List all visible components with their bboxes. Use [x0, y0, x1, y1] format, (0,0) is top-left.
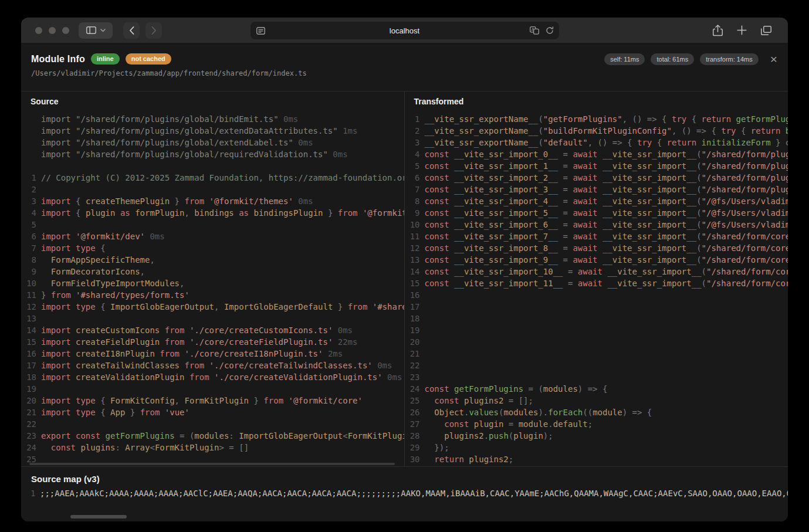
- code-line: 29 });: [405, 442, 788, 453]
- code-line: 4const __vite_ssr_import_0__ = await __v…: [405, 148, 788, 160]
- translate-icon: A: [530, 26, 539, 35]
- transformed-code[interactable]: 1__vite_ssr_exportName__("getFormPlugins…: [405, 111, 788, 466]
- code-line: 20: [405, 336, 788, 348]
- url-text: localhost: [251, 22, 559, 39]
- new-tab-icon: [737, 25, 747, 35]
- code-line: 16: [405, 289, 788, 301]
- line-number: 9: [21, 266, 36, 277]
- line-number: 21: [405, 348, 420, 360]
- source-code[interactable]: import "/shared/form/plugins/global/bind…: [21, 111, 404, 466]
- code-line: 7const __vite_ssr_import_3__ = await __v…: [405, 184, 788, 195]
- line-number: 6: [21, 231, 36, 242]
- nav-buttons: [123, 22, 162, 39]
- zoom-window-button[interactable]: [62, 27, 69, 34]
- tab-overview-button[interactable]: [761, 26, 771, 35]
- line-number: 12: [405, 242, 420, 254]
- line-number: 1: [21, 172, 36, 184]
- line-number: 18: [405, 313, 420, 324]
- code-line: 7import type {: [21, 242, 404, 254]
- code-line: 2: [21, 184, 404, 195]
- line-number: 13: [405, 254, 420, 266]
- line-number: 28: [405, 430, 420, 442]
- toolbar-right-buttons: [713, 25, 771, 36]
- line-number: 30: [405, 453, 420, 465]
- code-line: 14import createCustomIcons from './core/…: [21, 324, 404, 336]
- close-window-button[interactable]: [35, 27, 42, 34]
- code-line: 8const __vite_ssr_import_4__ = await __v…: [405, 195, 788, 207]
- module-file-path: /Users/vladimir/Projects/zammad/app/fron…: [31, 69, 777, 77]
- code-line: import "/shared/form/plugins/global/requ…: [21, 148, 404, 160]
- module-inspector-page: Module Info inline not cached self: 11ms…: [21, 43, 788, 521]
- line-number: 7: [21, 242, 36, 254]
- line-number: 25: [405, 395, 420, 406]
- line-number: 23: [21, 430, 36, 442]
- line-number: 16: [21, 348, 36, 360]
- line-number: 17: [21, 360, 36, 371]
- back-button[interactable]: [123, 22, 140, 39]
- line-number: 22: [21, 418, 36, 430]
- code-line: 28 plugins2.push(plugin);: [405, 430, 788, 442]
- code-line: 1// Copyright (C) 2012-2025 Zammad Found…: [21, 172, 404, 184]
- new-tab-button[interactable]: [737, 25, 747, 35]
- line-number: 27: [405, 418, 420, 430]
- code-line: 19: [21, 383, 404, 395]
- line-number: 15: [405, 277, 420, 289]
- line-number: 3: [21, 195, 36, 207]
- transformed-pane-header: Transformed: [405, 92, 788, 111]
- code-line: 19: [405, 324, 788, 336]
- code-line: 17import createTailwindClasses from './c…: [21, 360, 404, 371]
- bottom-horizontal-scrollbar[interactable]: [70, 515, 127, 519]
- code-line: [21, 160, 404, 172]
- code-line: 11} from '#shared/types/form.ts': [21, 289, 404, 301]
- code-line: 24 const plugins: Array<FormKitPlugin> =…: [21, 442, 404, 453]
- line-number: 24: [21, 442, 36, 453]
- line-number: 4: [405, 148, 420, 160]
- translate-button[interactable]: A: [530, 26, 539, 35]
- code-line: 5const __vite_ssr_import_1__ = await __v…: [405, 160, 788, 172]
- browser-window: localhost A Mo: [21, 18, 788, 521]
- total-time-badge: total: 61ms: [651, 53, 694, 65]
- source-pane-title: Source: [31, 97, 58, 106]
- reload-icon: [546, 26, 554, 35]
- line-number: 8: [21, 254, 36, 266]
- code-line: 10const __vite_ssr_import_6__ = await __…: [405, 219, 788, 231]
- code-line: 25 const plugins2 = [];: [405, 395, 788, 406]
- line-number: 7: [405, 184, 420, 195]
- code-line: 16import createI18nPlugin from './core/c…: [21, 348, 404, 360]
- sidebar-toggle-button[interactable]: [79, 22, 113, 39]
- sourcemap-section: Source map (v3) 1 ;;;AAEA;AAAkC;AAAA;AAA…: [21, 466, 788, 521]
- code-line: 2__vite_ssr_exportName__("buildFormKitPl…: [405, 125, 788, 137]
- code-line: 26 Object.values(modules).forEach((modul…: [405, 406, 788, 418]
- line-number: 5: [21, 219, 36, 231]
- code-line: 21import type { App } from 'vue': [21, 406, 404, 418]
- line-number: 14: [405, 266, 420, 277]
- forward-button[interactable]: [145, 22, 162, 39]
- code-line: 3__vite_ssr_exportName__("default", () =…: [405, 137, 788, 148]
- source-pane-header: Source: [21, 92, 404, 111]
- share-button[interactable]: [713, 25, 723, 36]
- chevron-down-icon: [100, 29, 106, 32]
- source-pane: Source import "/shared/form/plugins/glob…: [21, 92, 405, 466]
- transformed-pane: Transformed 1__vite_ssr_exportName__("ge…: [405, 92, 788, 466]
- line-number: 5: [405, 160, 420, 172]
- source-horizontal-scrollbar[interactable]: [29, 463, 395, 465]
- minimize-window-button[interactable]: [49, 27, 56, 34]
- code-line: 27 const plugin = module.default;: [405, 418, 788, 430]
- line-number: 21: [21, 406, 36, 418]
- inline-badge: inline: [91, 53, 120, 65]
- line-number: 19: [21, 383, 36, 395]
- module-header: Module Info inline not cached self: 11ms…: [21, 43, 788, 91]
- code-line: 9 FormDecoratorIcons,: [21, 266, 404, 277]
- code-line: 9const __vite_ssr_import_5__ = await __v…: [405, 207, 788, 219]
- code-line: 17: [405, 301, 788, 313]
- chevron-left-icon: [129, 26, 134, 35]
- close-panel-button[interactable]: ×: [770, 53, 777, 65]
- line-number: 15: [21, 336, 36, 348]
- line-number: 22: [405, 360, 420, 371]
- code-line: 11const __vite_ssr_import_7__ = await __…: [405, 231, 788, 242]
- code-line: 12import type { ImportGlobEagerOutput, I…: [21, 301, 404, 313]
- address-bar[interactable]: localhost A: [251, 22, 559, 39]
- address-bar-actions: A: [530, 22, 554, 39]
- chevron-right-icon: [151, 26, 157, 35]
- reload-button[interactable]: [546, 26, 554, 35]
